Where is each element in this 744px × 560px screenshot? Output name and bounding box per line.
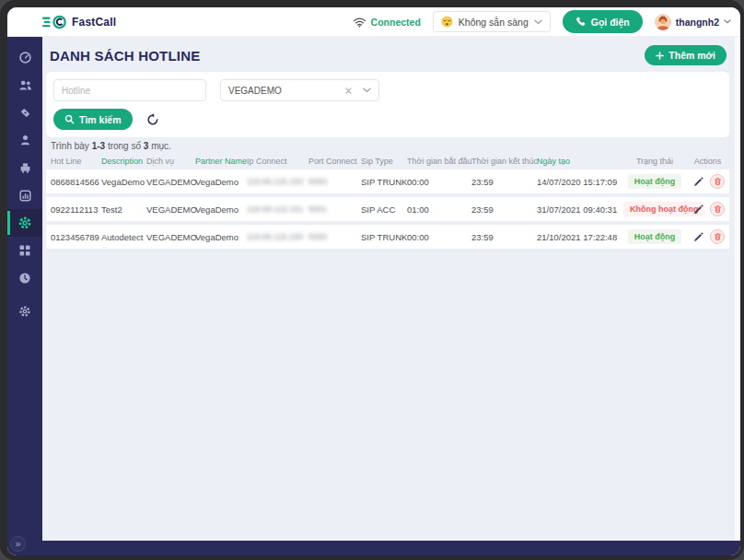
refresh-icon <box>146 113 159 126</box>
wifi-icon <box>353 17 366 28</box>
cell-start-time: 00:00 <box>402 232 467 242</box>
cell-start-time: 00:00 <box>402 177 467 187</box>
cell-hot-line: 0922112113 <box>46 204 97 215</box>
connection-status: Connected <box>353 17 421 28</box>
sidebar-item-apps[interactable] <box>7 237 42 264</box>
pencil-icon <box>693 232 703 242</box>
edit-button[interactable] <box>691 174 705 189</box>
grid-icon <box>18 244 31 257</box>
availability-label: Không sẵn sàng <box>459 17 529 28</box>
sidebar-expand-button[interactable]: » <box>10 536 26 552</box>
sidebar-item-tickets[interactable] <box>7 99 42 126</box>
trash-icon <box>714 204 722 214</box>
call-button[interactable]: Gọi điện <box>563 10 643 33</box>
speedometer-icon <box>18 51 32 64</box>
col-start-time[interactable]: Thời gian bắt đầu <box>402 157 467 166</box>
col-actions: Actions <box>686 157 729 166</box>
edit-button[interactable] <box>691 202 705 216</box>
window-frame: FastCall Connected <box>0 0 744 560</box>
cell-description: VegaDemo <box>97 177 142 187</box>
edit-button[interactable] <box>691 229 705 244</box>
clear-selection-icon[interactable] <box>345 88 352 94</box>
cell-ip-connect-redacted: 118.69.115.150 <box>242 232 304 241</box>
person-icon <box>18 134 32 146</box>
sidebar-item-dashboard[interactable] <box>7 43 42 71</box>
delete-button[interactable] <box>710 174 725 189</box>
col-created[interactable]: Ngày tạo <box>532 157 623 166</box>
delete-button[interactable] <box>710 229 725 244</box>
main-content: DANH SÁCH HOTLINE Thêm mới VEGADEMO <box>42 37 734 541</box>
user-menu[interactable]: thangnh2 <box>655 14 731 30</box>
hotline-search-input[interactable] <box>53 79 206 101</box>
cell-created: 14/07/2020 15:17:09 <box>532 177 623 187</box>
cell-end-time: 23:59 <box>467 177 532 187</box>
cell-ip-connect-redacted: 118.69.115.151 <box>242 204 304 214</box>
status-badge: Hoạt động <box>628 174 682 189</box>
table-row: 0868814566 VegaDemo VEGADEMO VegaDemo 11… <box>46 169 729 193</box>
chevron-down-icon <box>363 88 371 93</box>
pencil-icon <box>693 177 703 187</box>
table-row: 0123456789 Autodetect VEGADEMO VegaDemo … <box>46 225 729 249</box>
status-badge: Hoạt động <box>628 229 682 244</box>
sidebar-item-customer[interactable] <box>7 126 42 154</box>
sidebar-item-settings[interactable] <box>7 298 42 325</box>
col-partner-name[interactable]: Partner Name <box>191 157 242 166</box>
clock-icon <box>18 272 31 285</box>
partner-select-value: VEGADEMO <box>228 86 345 96</box>
plus-icon <box>656 52 664 60</box>
delete-button[interactable] <box>710 202 725 216</box>
col-end-time[interactable]: Thời gian kết thúc <box>467 157 532 166</box>
sidebar-item-company[interactable] <box>7 154 42 181</box>
col-status[interactable]: Trạng thái <box>623 157 686 166</box>
cell-ip-connect-redacted: 118.69.115.150 <box>242 177 304 186</box>
cell-created: 21/10/2021 17:22:48 <box>532 232 623 242</box>
pencil-icon <box>693 204 703 215</box>
availability-select[interactable]: Không sẵn sàng <box>433 11 551 32</box>
summary-unit: mục. <box>151 141 171 151</box>
cell-sip-type: SIP TRUNK <box>356 177 402 187</box>
phone-icon <box>575 17 586 27</box>
chevron-down-icon <box>534 19 542 25</box>
search-button[interactable]: Tìm kiếm <box>53 109 133 130</box>
cell-end-time: 23:59 <box>467 204 532 215</box>
chevron-down-icon <box>724 19 731 24</box>
col-dich-vu[interactable]: Dịch vụ <box>142 157 191 166</box>
cell-dich-vu: VEGADEMO <box>142 177 191 187</box>
partner-select[interactable]: VEGADEMO <box>220 79 379 101</box>
trash-icon <box>714 177 722 186</box>
col-sip-type[interactable]: Sip Type <box>356 157 402 166</box>
cell-description: Autodetect <box>97 232 142 242</box>
cell-created: 31/07/2021 09:40:31 <box>532 204 623 215</box>
col-port-connect[interactable]: Port Connect <box>304 157 356 166</box>
sidebar-item-agents[interactable] <box>7 71 42 99</box>
col-ip-connect[interactable]: Ip Connect <box>242 157 304 166</box>
scrollbar-track[interactable] <box>734 37 740 541</box>
hotline-table: Hot Line Description Dịch vụ Partner Nam… <box>46 153 729 249</box>
cell-end-time: 23:59 <box>467 232 532 242</box>
col-hot-line[interactable]: Hot Line <box>46 157 97 166</box>
cell-partner-name: VegaDemo <box>191 232 242 242</box>
cell-hot-line: 0123456789 <box>46 232 97 242</box>
add-new-label: Thêm mới <box>668 50 715 61</box>
filter-actions-row: Tìm kiếm <box>53 109 720 130</box>
cell-start-time: 01:00 <box>402 204 467 215</box>
reset-filters-button[interactable] <box>146 113 159 126</box>
sidebar-item-history[interactable] <box>7 264 42 292</box>
avatar <box>655 14 671 30</box>
page-header: DANH SÁCH HOTLINE Thêm mới <box>42 37 734 66</box>
col-description[interactable]: Description <box>97 157 142 166</box>
sidebar-item-reports[interactable] <box>7 181 42 209</box>
search-button-label: Tìm kiếm <box>79 114 122 125</box>
sidebar-item-hotline-settings[interactable] <box>7 209 42 237</box>
chart-icon <box>18 189 32 203</box>
filter-panel: VEGADEMO T <box>46 72 729 137</box>
users-icon <box>18 79 32 91</box>
table-body: 0868814566 VegaDemo VEGADEMO VegaDemo 11… <box>46 169 729 249</box>
filter-inputs-row: VEGADEMO <box>53 79 720 101</box>
gear-icon <box>17 216 32 230</box>
cell-port-connect-redacted: 5060 <box>304 232 356 241</box>
top-bar: FastCall Connected <box>7 7 740 37</box>
cell-hot-line: 0868814566 <box>46 177 97 187</box>
add-new-button[interactable]: Thêm mới <box>645 45 727 65</box>
page-title: DANH SÁCH HOTLINE <box>50 48 200 64</box>
